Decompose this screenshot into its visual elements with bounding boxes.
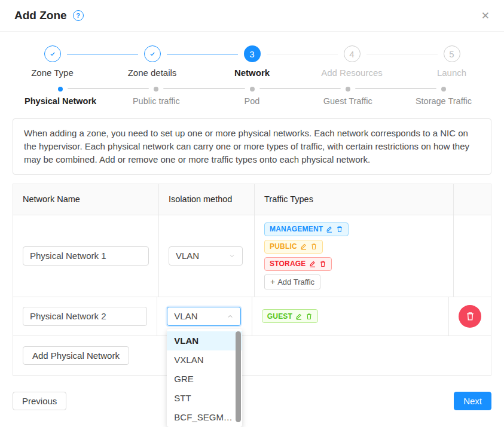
traffic-tag-public: PUBLIC — [264, 240, 323, 254]
step-add-resources: 4 Add Resources — [302, 45, 402, 78]
plus-icon: + — [270, 277, 275, 286]
table-footer-row: Add Physical Network — [13, 336, 491, 375]
step-circle: 3 — [244, 45, 261, 62]
cell-isolation-method: VLAN — [159, 215, 255, 297]
table-header-row: Network Name Isolation method Traffic Ty… — [13, 184, 491, 215]
dropdown-scrollbar[interactable] — [236, 331, 241, 422]
column-header-actions — [454, 184, 491, 215]
tag-label: MANAGEMENT — [270, 225, 323, 233]
step-network: 3 Network — [202, 45, 302, 78]
delete-icon[interactable] — [319, 260, 326, 267]
delete-icon[interactable] — [306, 313, 313, 320]
add-physical-network-button[interactable]: Add Physical Network — [23, 346, 129, 365]
add-traffic-label: Add Traffic — [277, 277, 314, 286]
column-header-isolation-method: Isolation method — [159, 184, 255, 215]
traffic-tag-management: MANAGEMENT — [264, 222, 349, 236]
chevron-up-icon — [227, 313, 234, 320]
step-number: 5 — [449, 49, 454, 59]
cell-actions — [449, 297, 491, 336]
substep-pod: Pod — [204, 87, 300, 106]
dropdown-option-gre[interactable]: GRE — [167, 370, 242, 389]
cell-actions — [454, 215, 491, 297]
isolation-method-select[interactable]: VLAN — [169, 246, 243, 266]
step-dot-icon — [441, 87, 446, 92]
delete-icon[interactable] — [336, 225, 343, 233]
step-label: Zone Type — [2, 68, 102, 78]
dialog-footer: Previous Next — [13, 392, 491, 410]
previous-button[interactable]: Previous — [13, 392, 66, 410]
step-dot-icon — [250, 87, 255, 92]
table-row: VLAN VLAN VXLAN GRE STT BCF_SEGM… GUEST — [13, 297, 491, 336]
traffic-tag-guest: GUEST — [262, 309, 318, 323]
select-value: VLAN — [174, 311, 197, 321]
next-button[interactable]: Next — [454, 392, 491, 410]
step-dot-icon — [58, 87, 63, 92]
cell-traffic-types: GUEST — [252, 297, 449, 336]
step-circle: 5 — [444, 45, 460, 62]
substep-label: Physical Network — [13, 96, 108, 106]
step-zone-type: Zone Type — [2, 45, 102, 78]
step-label: Launch — [402, 68, 502, 78]
dropdown-option-vxlan[interactable]: VXLAN — [167, 350, 242, 370]
step-circle: 4 — [344, 45, 361, 62]
delete-icon — [465, 311, 475, 321]
edit-icon[interactable] — [309, 260, 316, 267]
chevron-down-icon — [228, 252, 236, 260]
dropdown-option-vlan[interactable]: VLAN — [167, 331, 242, 350]
edit-icon[interactable] — [300, 243, 307, 250]
substep-label: Pod — [204, 96, 300, 106]
step-dot-icon — [154, 87, 158, 92]
cell-network-name — [13, 215, 159, 297]
substep-label: Storage Traffic — [396, 96, 491, 106]
physical-network-table: Network Name Isolation method Traffic Ty… — [13, 184, 491, 376]
substep-label: Public traffic — [108, 96, 204, 106]
step-label: Zone details — [102, 68, 202, 78]
step-dot-icon — [346, 87, 350, 92]
isolation-method-dropdown: VLAN VXLAN GRE STT BCF_SEGM… — [167, 329, 242, 427]
step-number: 4 — [349, 49, 354, 59]
step-number: 3 — [249, 49, 254, 59]
edit-icon[interactable] — [326, 225, 333, 233]
tag-label: PUBLIC — [270, 242, 297, 251]
column-header-traffic-types: Traffic Types — [255, 184, 454, 215]
help-icon[interactable]: ? — [73, 10, 84, 21]
check-icon — [149, 50, 156, 57]
table-row: VLAN MANAGEMENT PUBLIC STORAGE — [13, 215, 491, 297]
close-icon[interactable]: ✕ — [481, 11, 490, 21]
add-traffic-button[interactable]: + Add Traffic — [264, 274, 320, 289]
substep-label: Guest Traffic — [300, 96, 396, 106]
network-sub-steps: Physical Network Public traffic Pod Gues… — [13, 87, 491, 106]
delete-icon[interactable] — [310, 243, 317, 250]
substep-guest-traffic: Guest Traffic — [300, 87, 396, 106]
dialog-title: Add Zone — [14, 9, 67, 22]
dialog-header: Add Zone ? ✕ — [0, 0, 504, 32]
step-launch: 5 Launch — [402, 45, 502, 78]
column-header-network-name: Network Name — [13, 184, 159, 215]
delete-network-button[interactable] — [459, 305, 481, 328]
substep-storage-traffic: Storage Traffic — [396, 87, 491, 106]
wizard-steps: Zone Type Zone details 3 Network 4 Add R… — [0, 32, 504, 78]
select-value: VLAN — [176, 251, 199, 261]
step-label: Network — [202, 68, 302, 78]
check-icon — [49, 50, 56, 57]
network-name-input[interactable] — [23, 246, 149, 266]
network-name-input[interactable] — [23, 307, 147, 326]
step-circle — [44, 45, 61, 62]
traffic-tag-storage: STORAGE — [264, 257, 332, 271]
cell-traffic-types: MANAGEMENT PUBLIC STORAGE + Add Traffic — [255, 215, 454, 297]
cell-isolation-method: VLAN VLAN VXLAN GRE STT BCF_SEGM… — [157, 297, 252, 336]
dropdown-option-bcf-segment[interactable]: BCF_SEGM… — [167, 408, 242, 427]
step-circle — [144, 45, 161, 62]
isolation-method-select[interactable]: VLAN — [167, 307, 241, 326]
edit-icon[interactable] — [295, 313, 303, 320]
substep-public-traffic: Public traffic — [108, 87, 204, 106]
tag-label: STORAGE — [270, 260, 306, 268]
zone-network-info-text: When adding a zone, you need to set up o… — [13, 118, 491, 175]
substep-physical-network: Physical Network — [13, 87, 108, 106]
tag-label: GUEST — [267, 312, 292, 321]
step-label: Add Resources — [302, 68, 402, 78]
cell-network-name — [13, 297, 157, 336]
step-zone-details: Zone details — [102, 45, 202, 78]
dropdown-option-stt[interactable]: STT — [167, 389, 242, 408]
